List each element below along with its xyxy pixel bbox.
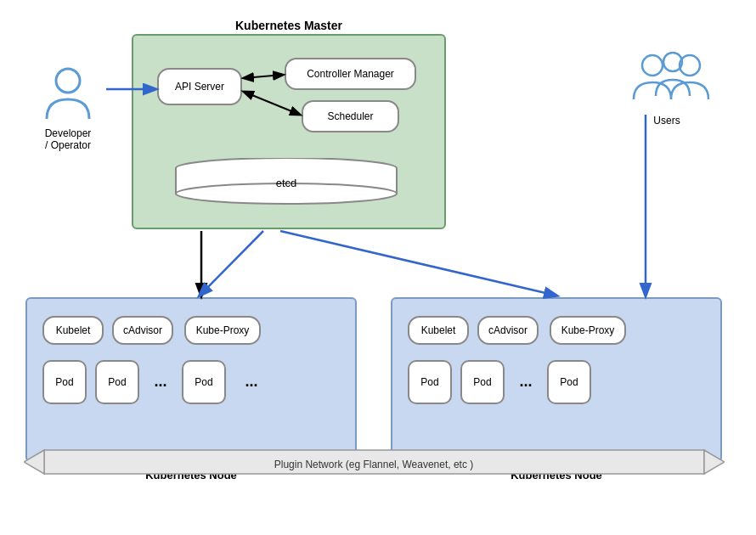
svg-point-9	[680, 55, 700, 76]
svg-marker-12	[704, 450, 725, 474]
pod-left-1: Pod	[42, 360, 87, 404]
developer-icon-svg	[38, 64, 98, 123]
api-server-label: API Server	[175, 81, 224, 93]
kubeproxy-left: Kube-Proxy	[184, 316, 261, 345]
svg-line-18	[200, 231, 263, 296]
svg-line-19	[280, 231, 556, 296]
cadvisor-right: cAdvisor	[477, 316, 539, 345]
cadvisor-left-label: cAdvisor	[123, 324, 162, 336]
plugin-network-svg: Plugin Network (eg Flannel, Weavenet, et…	[24, 447, 725, 477]
controller-manager-label: Controller Manager	[307, 68, 394, 80]
pod-right-2: Pod	[460, 360, 505, 404]
scheduler-label: Scheduler	[327, 110, 373, 122]
etcd-container: etcd	[170, 158, 403, 205]
cadvisor-right-label: cAdvisor	[488, 324, 528, 336]
pods-left-dots: ...	[148, 369, 173, 394]
users-label: Users	[620, 115, 714, 127]
api-server-box: API Server	[157, 68, 242, 105]
kubelet-right-label: Kubelet	[421, 324, 456, 336]
svg-marker-11	[24, 450, 44, 474]
k8s-master-label: Kubernetes Master	[132, 19, 446, 32]
kubeproxy-right: Kube-Proxy	[550, 316, 626, 345]
scheduler-box: Scheduler	[302, 100, 399, 132]
pod-right-1: Pod	[408, 360, 452, 404]
plugin-network-label: Plugin Network (eg Flannel, Weavenet, et…	[274, 459, 474, 470]
k8s-node-right: Kubelet cAdvisor Kube-Proxy Pod Pod ... …	[391, 297, 722, 463]
kubelet-left: Kubelet	[42, 316, 104, 345]
kubeproxy-right-label: Kube-Proxy	[561, 324, 615, 336]
pods-left-dots2: ...	[234, 369, 268, 394]
kubelet-right: Kubelet	[408, 316, 469, 345]
pod-right-3: Pod	[547, 360, 591, 404]
cadvisor-left: cAdvisor	[112, 316, 173, 345]
controller-manager-box: Controller Manager	[285, 58, 416, 90]
k8s-node-left: Kubelet cAdvisor Kube-Proxy Pod Pod ... …	[25, 297, 357, 463]
svg-point-6	[56, 69, 80, 93]
etcd-svg: etcd	[170, 158, 403, 205]
kubelet-left-label: Kubelet	[56, 324, 91, 336]
pods-right-dots: ...	[513, 369, 539, 394]
kubeproxy-left-label: Kube-Proxy	[196, 324, 250, 336]
developer-area: Developer/ Operator	[30, 64, 106, 151]
pod-left-2: Pod	[95, 360, 139, 404]
diagram-container: Kubernetes Master API Server Controller …	[0, 0, 756, 535]
pod-left-3: Pod	[182, 360, 226, 404]
users-area: Users	[620, 47, 714, 127]
developer-label: Developer/ Operator	[30, 127, 106, 151]
svg-point-7	[642, 55, 663, 76]
users-icon-svg	[620, 47, 714, 110]
svg-text:etcd: etcd	[276, 177, 297, 189]
